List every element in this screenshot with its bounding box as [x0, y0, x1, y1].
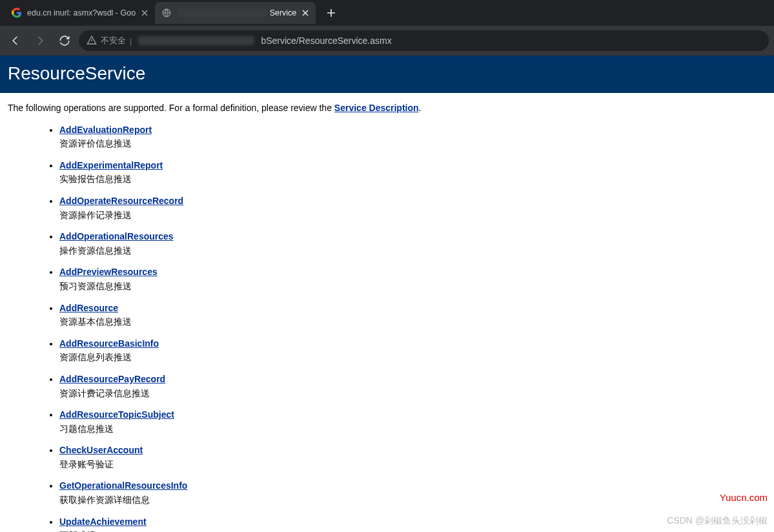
operation-item: AddPreviewResources预习资源信息推送: [59, 266, 766, 292]
operation-link[interactable]: CheckUserAccount: [59, 445, 143, 455]
operation-item: AddResourceTopicSubject习题信息推送: [59, 409, 766, 435]
operation-desc: 资源计费记录信息推送: [59, 387, 766, 400]
operation-link[interactable]: AddResourcePayRecord: [59, 374, 165, 384]
operation-desc: 更新成绩: [59, 529, 766, 532]
operation-link[interactable]: AddResourceBasicInfo: [59, 338, 159, 349]
operation-desc: 习题信息推送: [59, 423, 766, 436]
operation-item: UpdateAchievement更新成绩: [59, 516, 766, 532]
operation-desc: 获取操作资源详细信息: [59, 494, 766, 507]
operation-item: AddOperationalResources操作资源信息推送: [59, 230, 766, 257]
tab-title: Service: [177, 8, 296, 18]
watermark-top: Yuucn.com: [720, 492, 768, 503]
browser-tab-1[interactable]: Service: [155, 2, 316, 24]
operation-link[interactable]: AddPreviewResources: [59, 267, 158, 277]
operation-link[interactable]: AddResourceTopicSubject: [59, 409, 174, 420]
operation-item: CheckUserAccount登录账号验证: [59, 444, 766, 471]
operation-desc: 操作资源信息推送: [59, 245, 766, 258]
tab-title: edu.cn inurl: asmx?wsdl - Goo: [27, 8, 136, 17]
reload-button[interactable]: [54, 30, 75, 51]
operation-desc: 预习资源信息推送: [59, 280, 766, 293]
warning-icon: [87, 35, 97, 47]
intro-text: The following operations are supported. …: [8, 102, 766, 115]
security-warning[interactable]: 不安全 |: [87, 35, 132, 47]
operation-link[interactable]: GetOperationalResourcesInfo: [59, 480, 187, 491]
watermark-bottom: CSDN @剁椒鱼头没剁椒: [667, 515, 768, 527]
security-label: 不安全: [101, 35, 126, 46]
back-button[interactable]: [5, 30, 26, 51]
url-obscured: [138, 36, 254, 45]
operation-link[interactable]: AddOperateResourceRecord: [59, 196, 183, 206]
close-icon[interactable]: [301, 9, 309, 17]
forward-button[interactable]: [30, 30, 50, 51]
close-icon[interactable]: [141, 9, 148, 17]
page-content: The following operations are supported. …: [0, 93, 774, 532]
service-description-link[interactable]: Service Description: [334, 103, 419, 113]
operation-item: AddResourceBasicInfo资源信息列表推送: [59, 338, 766, 364]
page-header: ResourceService: [0, 56, 774, 93]
operation-item: AddOperateResourceRecord资源操作记录推送: [59, 195, 766, 221]
address-bar[interactable]: 不安全 | bService/ResourceService.asmx: [79, 30, 769, 51]
globe-icon: [161, 8, 172, 18]
browser-tab-0[interactable]: edu.cn inurl: asmx?wsdl - Goo: [5, 2, 155, 24]
operation-desc: 资源操作记录推送: [59, 209, 766, 222]
operation-link[interactable]: AddEvaluationReport: [59, 125, 152, 135]
operation-link[interactable]: AddResource: [59, 303, 118, 313]
operation-item: AddResourcePayRecord资源计费记录信息推送: [59, 373, 766, 400]
operation-desc: 登录账号验证: [59, 458, 766, 471]
operation-desc: 实验报告信息推送: [59, 173, 766, 186]
operation-link[interactable]: UpdateAchievement: [59, 517, 147, 527]
url-visible: bService/ResourceService.asmx: [261, 36, 391, 46]
new-tab-button[interactable]: [322, 4, 340, 22]
tab-strip: edu.cn inurl: asmx?wsdl - Goo Service: [0, 0, 774, 26]
operation-item: GetOperationalResourcesInfo获取操作资源详细信息: [59, 480, 766, 506]
operation-desc: 资源信息列表推送: [59, 351, 766, 364]
operation-desc: 资源评价信息推送: [59, 138, 766, 150]
operation-item: AddResource资源基本信息推送: [59, 302, 766, 329]
operation-item: AddEvaluationReport资源评价信息推送: [59, 124, 766, 150]
operation-link[interactable]: AddOperationalResources: [59, 231, 174, 241]
browser-toolbar: 不安全 | bService/ResourceService.asmx: [0, 26, 774, 56]
page-title: ResourceService: [8, 63, 766, 84]
operation-link[interactable]: AddExperimentalReport: [59, 160, 163, 170]
browser-chrome: edu.cn inurl: asmx?wsdl - Goo Service: [0, 0, 774, 56]
operation-desc: 资源基本信息推送: [59, 316, 766, 329]
google-icon: [12, 8, 22, 18]
operations-list: AddEvaluationReport资源评价信息推送AddExperiment…: [59, 124, 766, 532]
operation-item: AddExperimentalReport实验报告信息推送: [59, 159, 766, 186]
